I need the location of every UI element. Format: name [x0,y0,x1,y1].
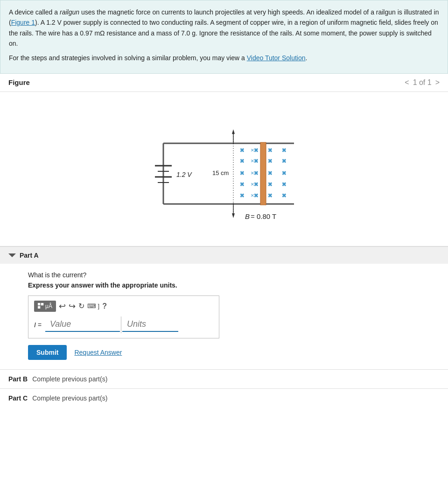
figure-next-button[interactable]: > [435,78,440,87]
format-icon [38,303,44,309]
svg-text:×: × [251,169,254,176]
tutor-text: For the steps and strategies involved in… [9,53,439,63]
part-a-header[interactable]: Part A [0,247,448,264]
svg-text:×: × [240,147,244,154]
svg-text:×: × [254,192,258,199]
undo-button[interactable]: ↩ [59,301,66,311]
svg-text:×: × [251,192,254,199]
svg-text:×: × [254,157,258,164]
svg-text:B: B [245,212,250,220]
part-b-text: Complete previous part(s) [32,375,107,383]
svg-text:×: × [268,157,272,164]
svg-text:= 0.80 T: = 0.80 T [251,212,276,220]
svg-text:×: × [240,157,244,164]
part-a-content: What is the current? Express your answer… [0,264,448,369]
svg-text:×: × [282,169,286,176]
part-c-section: Part C Complete previous part(s) [0,388,448,408]
problem-statement: A device called a railgun uses the magne… [0,0,448,74]
svg-text:×: × [251,157,254,164]
svg-text:1.2 V: 1.2 V [176,171,192,178]
format-button[interactable]: μÅ [34,301,56,312]
svg-text:×: × [268,169,272,176]
svg-text:×: × [282,192,286,199]
part-b-label: Part B [8,375,28,383]
svg-text:×: × [282,181,286,188]
figure-link[interactable]: Figure 1 [11,19,35,26]
figure-page-indicator: 1 of 1 [413,78,432,87]
unit-label: μÅ [45,303,52,309]
svg-text:×: × [282,157,286,164]
svg-rect-34 [260,142,266,205]
svg-text:×: × [240,192,244,199]
svg-text:15 cm: 15 cm [212,169,229,176]
svg-text:×: × [254,147,258,154]
svg-rect-43 [41,303,43,305]
submit-button[interactable]: Submit [28,345,67,360]
figure-header: Figure < 1 of 1 > [0,74,448,92]
figure-title: Figure [8,78,30,86]
units-input[interactable] [122,317,178,332]
redo-button[interactable]: ↪ [69,301,76,311]
svg-text:×: × [268,181,272,188]
svg-rect-44 [38,306,40,309]
part-b-section: Part B Complete previous part(s) [0,369,448,388]
svg-text:×: × [240,169,244,176]
problem-text: A device called a railgun uses the magne… [9,7,439,49]
svg-text:×: × [282,147,286,154]
railgun-term: railgun [60,8,79,16]
part-a-label: Part A [20,252,39,259]
svg-text:×: × [251,147,254,154]
svg-text:×: × [254,169,258,176]
answer-box: μÅ ↩ ↪ ↻ ⌨ ] ? I = [28,295,219,338]
svg-text:×: × [268,147,272,154]
keyboard-button[interactable]: ⌨ ] [87,302,99,309]
railgun-diagram: 1.2 V 15 cm × × × × × × × × × × × [126,106,322,237]
svg-rect-42 [38,303,40,305]
value-input[interactable] [45,317,120,332]
svg-text:×: × [251,181,254,188]
part-a-section: Part A What is the current? Express your… [0,246,448,369]
svg-text:×: × [254,181,258,188]
refresh-button[interactable]: ↻ [78,302,84,310]
svg-text:×: × [268,192,272,199]
video-tutor-link[interactable]: Video Tutor Solution [247,54,306,62]
action-buttons: Submit Request Answer [28,345,420,360]
request-answer-button[interactable]: Request Answer [74,349,122,356]
part-c-text: Complete previous part(s) [32,394,107,402]
part-a-question: What is the current? [28,271,420,279]
help-button[interactable]: ? [102,302,107,310]
figure-navigation: < 1 of 1 > [405,78,440,87]
part-c-label: Part C [8,394,28,402]
figure-area: 1.2 V 15 cm × × × × × × × × × × × [0,92,448,246]
figure-prev-button[interactable]: < [405,78,409,87]
formula-toolbar: μÅ ↩ ↪ ↻ ⌨ ] ? [34,301,213,312]
part-a-instructions: Express your answer with the appropriate… [28,281,420,289]
input-label: I = [34,321,42,329]
collapse-icon [8,253,16,257]
svg-text:×: × [240,181,244,188]
input-divider [121,316,121,333]
input-row: I = [34,316,213,333]
